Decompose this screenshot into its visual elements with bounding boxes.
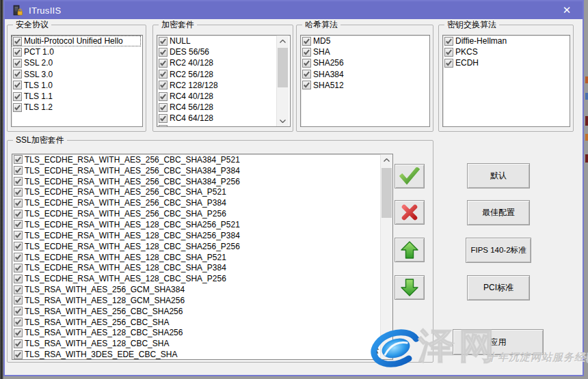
- check-list-item[interactable]: RC4 128/128: [157, 124, 290, 128]
- protocol-checklist[interactable]: Multi-Protocol Unified HelloPCT 1.0SSL 2…: [11, 35, 143, 127]
- checkbox-checked-icon[interactable]: [159, 70, 168, 79]
- checkbox-checked-icon[interactable]: [444, 37, 453, 46]
- check-list-item[interactable]: PCT 1.0: [12, 46, 142, 57]
- check-list-item[interactable]: TLS_RSA_WITH_AES_128_CBC_SHA: [12, 338, 392, 349]
- checkbox-checked-icon[interactable]: [14, 231, 23, 240]
- check-list-item[interactable]: RC2 40/128: [157, 57, 290, 68]
- scroll-up-icon[interactable]: [381, 154, 392, 165]
- checkbox-checked-icon[interactable]: [14, 339, 23, 348]
- check-list-item[interactable]: TLS_RSA_WITH_AES_256_GCM_SHA384: [12, 284, 392, 295]
- check-list-item[interactable]: RC4 56/128: [157, 102, 290, 113]
- checkbox-checked-icon[interactable]: [159, 59, 168, 68]
- checkbox-checked-icon[interactable]: [14, 210, 23, 219]
- check-list-item[interactable]: SSL 3.0: [12, 69, 142, 80]
- checkbox-checked-icon[interactable]: [444, 59, 453, 68]
- checkbox-checked-icon[interactable]: [159, 103, 168, 112]
- checkbox-checked-icon[interactable]: [14, 264, 23, 272]
- check-list-item[interactable]: TLS_ECDHE_RSA_WITH_AES_256_CBC_SHA_P384: [12, 197, 392, 208]
- check-list-item[interactable]: RC2 128/128: [157, 80, 290, 91]
- checkbox-checked-icon[interactable]: [14, 318, 23, 326]
- check-list-item[interactable]: PKCS: [443, 46, 570, 57]
- checkbox-checked-icon[interactable]: [302, 37, 311, 46]
- check-list-item[interactable]: TLS 1.0: [12, 80, 142, 91]
- checkbox-checked-icon[interactable]: [14, 296, 23, 305]
- close-icon[interactable]: ✕: [555, 1, 578, 19]
- key-exchange-checklist[interactable]: Diffie-HellmanPKCSECDH: [442, 35, 570, 127]
- check-list-item[interactable]: SHA256: [301, 57, 429, 68]
- check-list-item[interactable]: TLS_RSA_WITH_3DES_EDE_CBC_SHA: [12, 349, 392, 360]
- checkbox-checked-icon[interactable]: [159, 48, 168, 57]
- checkbox-checked-icon[interactable]: [302, 48, 311, 57]
- checkbox-checked-icon[interactable]: [159, 81, 168, 89]
- fips-140-2-button[interactable]: FIPS 140-2标准: [466, 238, 531, 263]
- checkbox-checked-icon[interactable]: [159, 114, 168, 123]
- checkbox-checked-icon[interactable]: [14, 242, 23, 251]
- check-list-item[interactable]: RC4 40/128: [157, 91, 290, 102]
- checkbox-checked-icon[interactable]: [13, 103, 22, 112]
- check-list-item[interactable]: TLS_ECDHE_RSA_WITH_AES_256_CBC_SHA384_P2…: [12, 176, 392, 187]
- check-list-item[interactable]: SHA512: [301, 80, 429, 91]
- checkbox-checked-icon[interactable]: [444, 48, 453, 57]
- checkbox-checked-icon[interactable]: [13, 59, 22, 68]
- check-list-item[interactable]: TLS_ECDHE_RSA_WITH_AES_256_CBC_SHA384_P3…: [12, 165, 392, 176]
- checkbox-checked-icon[interactable]: [302, 70, 311, 79]
- check-list-item[interactable]: Diffie-Hellman: [443, 36, 570, 46]
- checkbox-checked-icon[interactable]: [302, 59, 311, 68]
- checkbox-checked-icon[interactable]: [14, 307, 23, 315]
- checkbox-checked-icon[interactable]: [14, 188, 23, 197]
- ssl-list-scrollbar[interactable]: [380, 154, 392, 359]
- scroll-down-icon[interactable]: [381, 348, 392, 359]
- check-list-item[interactable]: TLS_ECDHE_RSA_WITH_AES_128_CBC_SHA_P256: [12, 273, 392, 284]
- check-list-item[interactable]: TLS_ECDHE_RSA_WITH_AES_128_CBC_SHA256_P3…: [12, 230, 392, 241]
- checkbox-checked-icon[interactable]: [14, 275, 23, 283]
- check-list-item[interactable]: ECDH: [443, 57, 570, 68]
- check-list-item[interactable]: TLS_ECDHE_RSA_WITH_AES_128_CBC_SHA_P384: [12, 262, 392, 273]
- scrollbar-thumb[interactable]: [278, 48, 288, 87]
- checkbox-checked-icon[interactable]: [14, 285, 23, 294]
- checkbox-checked-icon[interactable]: [13, 92, 22, 101]
- cipher-checklist[interactable]: NULLDES 56/56RC2 40/128RC2 56/128RC2 128…: [157, 35, 291, 127]
- move-down-button[interactable]: [395, 275, 425, 300]
- check-list-item[interactable]: TLS_ECDHE_RSA_WITH_AES_128_CBC_SHA_P521: [12, 252, 392, 263]
- ssl-suite-checklist[interactable]: TLS_ECDHE_RSA_WITH_AES_256_CBC_SHA384_P5…: [12, 154, 393, 360]
- check-list-item[interactable]: RC4 64/128: [157, 113, 290, 124]
- checkbox-checked-icon[interactable]: [14, 220, 23, 229]
- checkbox-checked-icon[interactable]: [13, 70, 22, 79]
- check-list-item[interactable]: TLS 1.2: [12, 102, 142, 113]
- title-bar[interactable]: ITrusIIS ✕: [5, 1, 583, 19]
- check-list-item[interactable]: TLS_ECDHE_RSA_WITH_AES_128_CBC_SHA256_P5…: [12, 219, 392, 230]
- move-up-button[interactable]: [395, 238, 425, 262]
- checkbox-checked-icon[interactable]: [14, 155, 23, 164]
- check-list-item[interactable]: TLS_RSA_WITH_AES_128_GCM_SHA256: [12, 295, 392, 306]
- check-list-item[interactable]: MD5: [301, 36, 429, 46]
- hash-checklist[interactable]: MD5SHASHA256SHA384SHA512: [300, 35, 430, 127]
- scrollbar-thumb[interactable]: [382, 168, 392, 218]
- checkbox-checked-icon[interactable]: [159, 37, 168, 46]
- check-list-item[interactable]: TLS_ECDHE_RSA_WITH_AES_256_CBC_SHA384_P5…: [12, 154, 392, 165]
- check-list-item[interactable]: TLS_ECDHE_RSA_WITH_AES_256_CBC_SHA_P256: [12, 208, 392, 219]
- apply-button[interactable]: 应用: [453, 329, 544, 355]
- check-list-item[interactable]: TLS_RSA_WITH_AES_256_CBC_SHA: [12, 317, 392, 328]
- checkbox-checked-icon[interactable]: [14, 253, 23, 262]
- cipher-list-scrollbar[interactable]: [276, 36, 289, 126]
- checkbox-checked-icon[interactable]: [14, 350, 23, 359]
- checkbox-checked-icon[interactable]: [14, 199, 23, 208]
- pci-standard-button[interactable]: PCI标准: [467, 275, 530, 300]
- checkbox-checked-icon[interactable]: [302, 81, 311, 89]
- checkbox-checked-icon[interactable]: [14, 166, 23, 175]
- check-list-item[interactable]: SHA384: [301, 69, 429, 80]
- check-list-item[interactable]: RC2 56/128: [157, 69, 290, 80]
- check-list-item[interactable]: TLS_ECDHE_RSA_WITH_AES_128_CBC_SHA256_P2…: [12, 241, 392, 252]
- checkbox-checked-icon[interactable]: [14, 177, 23, 186]
- checkbox-checked-icon[interactable]: [159, 92, 168, 101]
- check-list-item[interactable]: TLS_RSA_WITH_AES_256_CBC_SHA256: [12, 306, 392, 317]
- checkbox-checked-icon[interactable]: [13, 81, 22, 89]
- confirm-button[interactable]: [395, 164, 425, 188]
- check-list-item[interactable]: NULL: [157, 36, 290, 46]
- check-list-item[interactable]: TLS_RSA_WITH_AES_128_CBC_SHA256: [12, 328, 392, 339]
- remove-button[interactable]: [395, 200, 425, 225]
- check-list-item[interactable]: DES 56/56: [157, 46, 290, 57]
- scroll-up-icon[interactable]: [277, 36, 289, 46]
- check-list-item[interactable]: SSL 2.0: [12, 57, 142, 68]
- checkbox-checked-icon[interactable]: [13, 48, 22, 57]
